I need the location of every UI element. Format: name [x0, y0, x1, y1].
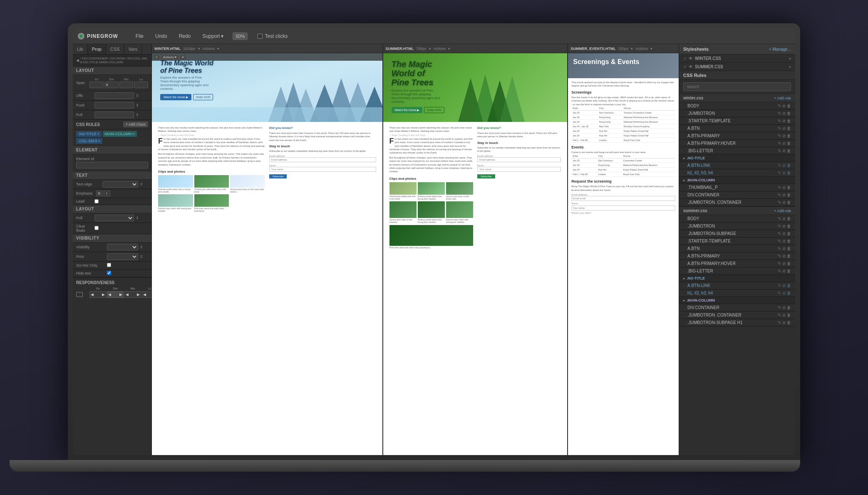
- tab-lib[interactable]: Lib: [73, 44, 88, 54]
- tab-prop[interactable]: Prop: [88, 44, 106, 54]
- css-rule-abtn-summer[interactable]: A.BTN ✎⊘🗑: [679, 245, 795, 252]
- add-class-btn[interactable]: + Add Class: [123, 121, 148, 127]
- sm-stepper[interactable]: ◀▶: [107, 291, 124, 298]
- push-input[interactable]: [94, 102, 134, 109]
- tag-no-title[interactable]: .NO-TITLE ×: [76, 131, 102, 137]
- css-rule-bigletter-summer[interactable]: .BIG-LETTER ✎⊘🗑: [679, 267, 795, 275]
- css-rule-starter-summer[interactable]: .STARTER-TEMPLATE ✎⊘🗑: [679, 238, 795, 245]
- summer-subscribe-btn[interactable]: Subscribe: [477, 174, 495, 178]
- summer-css-menu[interactable]: ≡: [789, 65, 791, 69]
- winter-eye-icon[interactable]: 👁: [689, 56, 693, 61]
- winter-overlay-add[interactable]: +: [154, 55, 160, 59]
- element-id-input[interactable]: [76, 162, 148, 168]
- css-rule-bigletter-winter[interactable]: .BIG-LETTER ✎⊘🗑: [679, 147, 795, 155]
- css-rule-abtnlink-summer[interactable]: A.BTN-LINK ✎⊘🗑: [679, 282, 795, 290]
- winter-watch-btn[interactable]: Watch the movie ▶: [160, 94, 191, 100]
- req-name-input[interactable]: [571, 205, 675, 210]
- summer-email-input[interactable]: [477, 157, 561, 162]
- winter-css-menu[interactable]: ≡: [789, 57, 791, 61]
- winter-scroll[interactable]: + Actions ▾ ≡: [152, 53, 382, 455]
- winter-overlay-actions[interactable]: Actions ▾: [161, 55, 179, 59]
- hidetext-checkbox[interactable]: [107, 271, 111, 275]
- mo-stepper[interactable]: ◀▶: [124, 291, 141, 298]
- pull-icon2[interactable]: ⇕: [136, 216, 148, 220]
- lo-stepper[interactable]: ◀▶: [142, 291, 152, 298]
- css-rule-jumbsubpageh1-summer[interactable]: .JUMBOTRON-SUBPAGE H1 ✎⊘🗑: [679, 319, 795, 327]
- css-rule-body-winter[interactable]: BODY ✎ ⊘ 🗑: [679, 102, 795, 110]
- back-arrow-icon[interactable]: ◀: [76, 58, 79, 62]
- span-xs-field[interactable]: [89, 82, 104, 88]
- italic-btn[interactable]: I: [104, 191, 110, 196]
- css-rule-h1h4-summer[interactable]: h1, #2, h3, h4 ✎⊘🗑: [679, 290, 795, 297]
- css-rule-abtnprimary-winter[interactable]: A.BTN-PRIMARY ✎⊘🗑: [679, 132, 795, 140]
- summer-scroll[interactable]: The Magic World of Pine Trees Explore th…: [383, 53, 568, 455]
- xs-stepper[interactable]: ◀▶: [89, 291, 106, 298]
- css-rule-abtnprimaryhover-winter[interactable]: A.BTN-PRIMARY:HOVER ✎⊘🗑: [679, 140, 795, 147]
- pull-select[interactable]: [94, 215, 134, 221]
- css-rule-h1h4-winter[interactable]: h1, #2, h3, h4 ✎⊘🗑: [679, 169, 795, 177]
- css-rule-body-summer[interactable]: BODY ✎⊘🗑: [679, 215, 795, 223]
- tag-col-sm-8[interactable]: .COL-SM-8 ×: [76, 138, 102, 144]
- redo-menu[interactable]: Redo: [176, 32, 193, 41]
- css-rule-jumbotron-winter[interactable]: .JUMBOTRON ✎⊘🗑: [679, 110, 795, 117]
- scrhor-checkbox[interactable]: [107, 263, 111, 267]
- css-rule-divcontainer-summer[interactable]: DIV.CONTAINER ✎⊘🗑: [679, 304, 795, 312]
- tab-vars[interactable]: Vars: [124, 44, 142, 54]
- offs-input[interactable]: [94, 92, 134, 99]
- css-rule-thumbnailp-winter[interactable]: .THUMBNAIL_P ✎⊘🗑: [679, 184, 795, 191]
- css-rule-jumbcontainer-summer[interactable]: .JUMBOTRON .CONTAINER ✎⊘🗑: [679, 312, 795, 319]
- text-align-icon[interactable]: ⇕: [140, 182, 148, 186]
- winter-email-input[interactable]: [269, 157, 376, 162]
- span-sm-input[interactable]: Sm: [104, 77, 119, 88]
- css-search-input[interactable]: [683, 82, 791, 91]
- winter-subscribe-btn[interactable]: Subscribe: [269, 174, 287, 178]
- css-rule-jumbcontainer-winter[interactable]: .JUMBOTRON .CONTAINER ✎⊘🗑: [679, 199, 795, 206]
- span-mo-field[interactable]: [119, 82, 134, 88]
- print-icon[interactable]: ⇕: [140, 255, 148, 259]
- text-align-select[interactable]: [103, 181, 138, 188]
- winter-name-input[interactable]: [269, 167, 376, 172]
- css-rule-divcontainer-winter[interactable]: DIV.CONTAINER ✎⊘🗑: [679, 191, 795, 199]
- events-actions-btn[interactable]: Actions: [635, 47, 648, 51]
- test-clicks-btn[interactable]: Test clicks: [258, 33, 288, 39]
- css-rule-abtnprimaryhover-summer[interactable]: A.BTN-PRIMARY:HOVER ✎⊘🗑: [679, 260, 795, 267]
- winter-overlay-menu[interactable]: ≡: [180, 55, 186, 59]
- test-clicks-checkbox[interactable]: [258, 34, 263, 39]
- print-select[interactable]: [107, 253, 138, 260]
- zoom-badge[interactable]: 50%: [233, 32, 248, 40]
- css-rule-starter-winter[interactable]: .STARTER-TEMPLATE ✎⊘🗑: [679, 117, 795, 125]
- events-scroll[interactable]: Screenings & Events This movie opened my…: [568, 53, 679, 455]
- css-rule-abtnprimary-summer[interactable]: A.BTN-PRIMARY ✎⊘🗑: [679, 252, 795, 260]
- clear-floats-checkbox[interactable]: [94, 226, 99, 230]
- summer-actions-btn[interactable]: Actions: [434, 47, 446, 51]
- css-rule-jumbsubpage-summer[interactable]: .JUMBOTRON-SUBPAGE ✎⊘🗑: [679, 230, 795, 238]
- winter-actions-btn[interactable]: Actions: [203, 47, 215, 51]
- span-mo-input[interactable]: Mo: [119, 77, 134, 88]
- span-lo-input[interactable]: Lo: [134, 77, 148, 88]
- visibility-select[interactable]: [107, 244, 138, 250]
- span-sm-field[interactable]: [104, 82, 119, 88]
- lead-checkbox[interactable]: [94, 199, 99, 203]
- summer-order-btn[interactable]: Order DVD: [424, 107, 444, 113]
- winter-order-btn[interactable]: Order DVD: [193, 94, 213, 100]
- undo-menu[interactable]: Undo: [153, 32, 170, 41]
- tag-main-column[interactable]: MAIN-COLUMN ×: [103, 131, 137, 137]
- tab-css[interactable]: CSS: [106, 44, 124, 54]
- manage-btn[interactable]: + Manage...: [769, 47, 791, 52]
- bold-btn[interactable]: B: [96, 191, 103, 196]
- req-email-input[interactable]: [571, 196, 675, 201]
- winter-add-rule-btn[interactable]: + Add rule: [774, 96, 791, 100]
- support-menu[interactable]: Support ▾: [200, 32, 226, 41]
- pull-icon[interactable]: ⇕: [136, 113, 148, 117]
- css-rule-abtn-winter[interactable]: A.BTN ✎⊘🗑: [679, 125, 795, 132]
- push-icon[interactable]: ⇕: [136, 103, 148, 107]
- offs-icon[interactable]: ⇕: [136, 94, 148, 98]
- css-rule-jumbotron-summer[interactable]: .JUMBOTRON ✎⊘🗑: [679, 223, 795, 230]
- span-lo-field[interactable]: [134, 82, 148, 88]
- span-xs-input[interactable]: Xs: [89, 77, 104, 88]
- summer-name-input[interactable]: [477, 167, 561, 172]
- file-menu[interactable]: File: [133, 32, 146, 41]
- summer-eye-icon[interactable]: 👁: [689, 64, 693, 69]
- visibility-icon[interactable]: ⇕: [140, 245, 148, 249]
- summer-watch-btn[interactable]: Watch the movie ▶: [392, 107, 423, 113]
